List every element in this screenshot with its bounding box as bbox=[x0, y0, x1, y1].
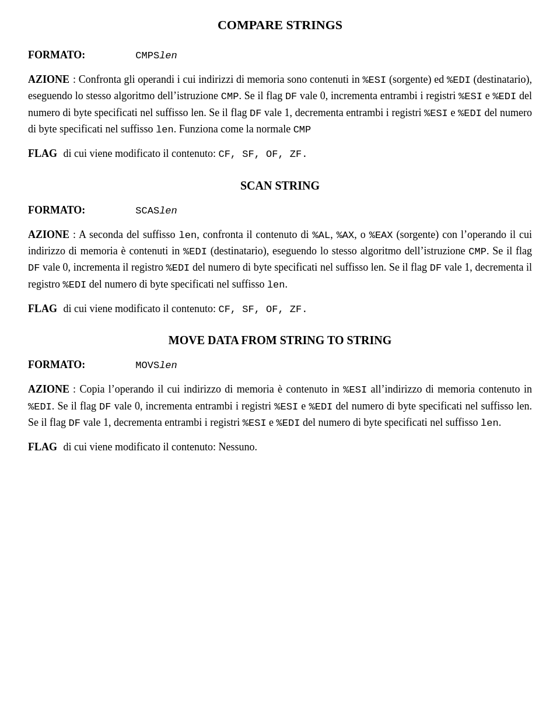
move-esi-ref3: %ESI bbox=[243, 418, 267, 429]
action-paragraph: AZIONE: Confronta gli operandi i cui ind… bbox=[28, 72, 532, 138]
scan-format-line: FORMATO: SCASlen bbox=[28, 204, 532, 216]
cmp-ref2: CMP bbox=[293, 124, 312, 135]
scan-len-ref: len bbox=[179, 230, 197, 241]
esi-ref2: %ESI bbox=[459, 91, 482, 102]
azione-label: AZIONE bbox=[28, 74, 69, 85]
scan-format-value: SCASlen bbox=[135, 205, 177, 216]
scan-flag-values: CF, SF, OF, ZF. bbox=[218, 304, 307, 315]
df-ref1: DF bbox=[285, 91, 297, 102]
move-edi-ref2: %EDI bbox=[309, 401, 332, 412]
flag-values-1: CF, SF, OF, ZF. bbox=[218, 149, 307, 160]
scan-edi-ref3: %EDI bbox=[62, 279, 86, 290]
move-format-label: FORMATO: bbox=[28, 359, 85, 371]
esi-ref3: %ESI bbox=[424, 108, 448, 119]
page-title: COMPARE STRINGS bbox=[28, 18, 532, 33]
move-df-ref2: DF bbox=[69, 418, 80, 429]
scan-string-heading: SCAN STRING bbox=[28, 179, 532, 192]
scan-edi-ref2: %EDI bbox=[166, 262, 190, 274]
cmp-ref1: CMP bbox=[221, 91, 239, 102]
scan-len-ref2: len bbox=[267, 279, 285, 290]
format-value: CMPSlen bbox=[135, 50, 177, 61]
scan-eax-ref: %EAX bbox=[369, 230, 393, 241]
move-len-ref: len bbox=[481, 418, 499, 429]
move-flag-line: FLAG di cui viene modificato il contenut… bbox=[28, 439, 532, 456]
len-ref1: len bbox=[156, 124, 174, 135]
scan-action-paragraph: AZIONE: A seconda del suffisso len, conf… bbox=[28, 227, 532, 293]
format-line: FORMATO: CMPSlen bbox=[28, 49, 532, 61]
flag-line-1: FLAG di cui viene modificato il contenut… bbox=[28, 146, 532, 162]
scan-df-ref2: DF bbox=[430, 262, 442, 274]
move-flag-label: FLAG bbox=[28, 441, 57, 453]
scan-edi-ref1: %EDI bbox=[183, 246, 207, 257]
scan-cmp-ref: CMP bbox=[468, 246, 487, 257]
flag-label-1: FLAG bbox=[28, 148, 57, 159]
scan-flag-line: FLAG di cui viene modificato il contenut… bbox=[28, 301, 532, 317]
move-esi-ref2: %ESI bbox=[274, 401, 298, 412]
scan-string-section: SCAN STRING FORMATO: SCASlen AZIONE: A s… bbox=[28, 179, 532, 318]
scan-azione-label: AZIONE bbox=[28, 229, 69, 240]
move-edi-ref3: %EDI bbox=[276, 418, 300, 429]
esi-ref1: %ESI bbox=[362, 75, 386, 86]
move-edi-ref1: %EDI bbox=[28, 401, 52, 412]
scan-al-ref: %AL bbox=[313, 230, 331, 241]
move-esi-ref1: %ESI bbox=[343, 384, 367, 396]
move-format-line: FORMATO: MOVSlen bbox=[28, 359, 532, 371]
scan-ax-ref: %AX bbox=[337, 230, 355, 241]
move-azione-label: AZIONE bbox=[28, 383, 69, 395]
scan-format-label: FORMATO: bbox=[28, 204, 85, 216]
move-action-paragraph: AZIONE: Copia l’operando il cui indirizz… bbox=[28, 382, 532, 431]
compare-strings-section: FORMATO: CMPSlen AZIONE: Confronta gli o… bbox=[28, 49, 532, 163]
edi-ref2: %EDI bbox=[492, 91, 516, 102]
scan-df-ref1: DF bbox=[28, 262, 40, 274]
move-data-heading: MOVE DATA FROM STRING TO STRING bbox=[28, 334, 532, 347]
edi-ref3: %EDI bbox=[458, 108, 482, 119]
move-df-ref1: DF bbox=[99, 401, 111, 412]
move-format-value: MOVSlen bbox=[135, 360, 177, 371]
format-label: FORMATO: bbox=[28, 49, 85, 61]
move-data-section: MOVE DATA FROM STRING TO STRING FORMATO:… bbox=[28, 334, 532, 456]
scan-flag-label: FLAG bbox=[28, 303, 57, 314]
df-ref2: DF bbox=[250, 108, 261, 119]
edi-ref1: %EDI bbox=[447, 75, 471, 86]
